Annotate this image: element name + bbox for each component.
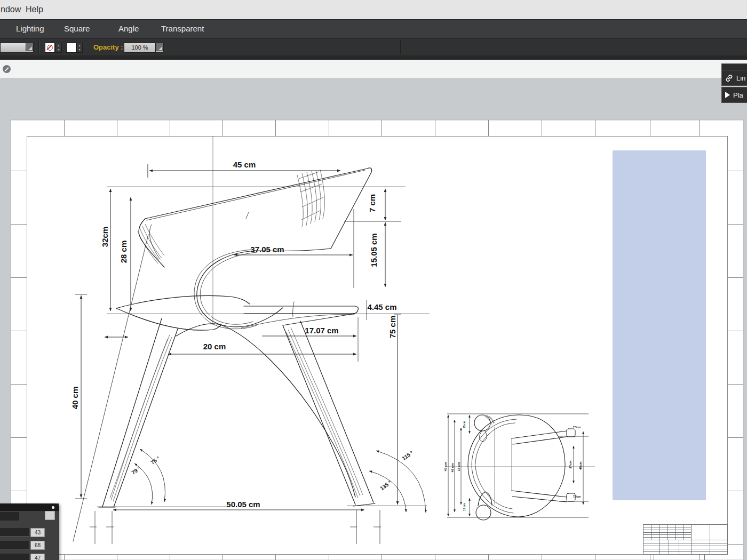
dim-label: 17.07 cm — [305, 326, 338, 335]
dim-label: 28 cm — [119, 241, 128, 263]
color-slider[interactable] — [0, 528, 29, 537]
dim-label: 7.5cm — [573, 495, 581, 498]
dim-label: 4.45 cm — [367, 302, 396, 311]
slider-value[interactable]: 68 — [30, 541, 45, 550]
menu-item-window[interactable]: ndow — [1, 5, 21, 14]
menu-bar: ndow Help — [0, 0, 747, 19]
dim-label: 15.05 cm — [369, 233, 378, 267]
tab-transparent[interactable]: Transparent — [161, 24, 204, 33]
toolbar-edge — [0, 55, 747, 60]
dim-label: 7 cm — [368, 194, 377, 212]
panel-tab-place[interactable]: Pla — [721, 87, 747, 103]
dropdown-arrow-icon[interactable] — [156, 43, 163, 51]
fill-stepper[interactable]: ▲▼ — [76, 43, 83, 53]
slider-value[interactable]: 43 — [30, 528, 45, 537]
dim-label: 40 cm — [70, 387, 80, 410]
dim-label: 7.5cm — [573, 426, 581, 429]
stroke-none-swatch[interactable] — [45, 43, 55, 53]
dim-label: 32cm — [100, 227, 109, 247]
blue-rectangle[interactable] — [613, 150, 706, 500]
tab-lighting[interactable]: Lighting — [16, 24, 44, 33]
link-icon — [725, 74, 733, 82]
dim-label: 20 cm — [203, 342, 226, 351]
panel-dot-icon — [52, 506, 54, 509]
dim-label: 43 cm — [451, 463, 454, 472]
color-slider[interactable] — [0, 541, 29, 549]
slider-value[interactable]: 47 — [30, 554, 45, 560]
opacity-label: Opacity : — [93, 43, 123, 51]
status-strip — [0, 60, 747, 78]
separator — [38, 40, 39, 54]
canvas[interactable]: 45 cm 32cm 28 cm 37.05 cm 7 cm 15.05 cm … — [0, 78, 747, 560]
color-slider[interactable] — [0, 554, 29, 560]
options-bar: ▲▼ ▲▼ Opacity : 100 % — [0, 38, 747, 56]
dropdown-arrow-icon[interactable] — [26, 43, 33, 51]
preset-dropdown[interactable] — [0, 43, 34, 53]
dim-label: 45 cm — [233, 160, 256, 169]
panel-tab-links[interactable]: Lin — [721, 70, 747, 86]
separator — [400, 40, 401, 54]
tab-angle[interactable]: Angle — [118, 24, 139, 33]
dim-label: 15 cm — [463, 420, 466, 428]
dim-label: 37cm — [569, 460, 572, 468]
dim-label: 37 cm — [457, 462, 460, 471]
panel-header[interactable] — [0, 503, 59, 511]
dim-label: 50.05 cm — [226, 500, 260, 509]
play-icon — [725, 92, 730, 98]
dim-label: 37.05 cm — [250, 245, 284, 254]
color-sliders-panel: 43 68 47 — [0, 503, 59, 560]
panel-tab-label: Lin — [736, 74, 745, 82]
dim-label: 75 cm — [388, 316, 397, 339]
dim-label: 45 cm — [444, 462, 447, 471]
foreground-swatch[interactable] — [0, 512, 19, 521]
navigation-circle-icon[interactable] — [3, 65, 11, 73]
background-swatch[interactable] — [45, 511, 55, 520]
fill-white-swatch[interactable] — [66, 43, 76, 53]
opacity-value-input[interactable]: 100 % — [124, 43, 156, 53]
panel-tab-label: Pla — [733, 91, 743, 99]
tab-square[interactable]: Square — [64, 24, 90, 33]
dim-label: 15 cm — [463, 503, 466, 511]
dim-label: 45cm — [579, 461, 582, 469]
control-tab-bar: Lighting Square Angle Transparent — [0, 19, 747, 38]
opacity-dropdown-button[interactable] — [155, 43, 164, 53]
stroke-stepper[interactable]: ▲▼ — [55, 43, 62, 53]
menu-item-help[interactable]: Help — [26, 5, 43, 14]
